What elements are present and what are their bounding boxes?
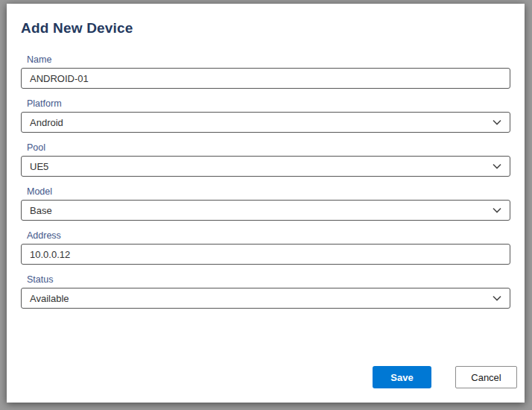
- dialog-footer: Save Cancel: [373, 366, 517, 388]
- model-select[interactable]: Base: [21, 200, 510, 221]
- save-button[interactable]: Save: [373, 366, 431, 388]
- field-group-model: Model Base: [21, 186, 510, 221]
- model-select-value: Base: [30, 205, 52, 216]
- status-select-value: Available: [30, 293, 69, 304]
- add-device-dialog: Add New Device Name Platform Android Poo…: [7, 4, 525, 403]
- pool-select[interactable]: UE5: [21, 156, 510, 177]
- address-input[interactable]: [21, 244, 510, 265]
- page-title: Add New Device: [21, 20, 510, 37]
- platform-select-value: Android: [30, 117, 63, 128]
- pool-field-label: Pool: [27, 142, 510, 154]
- platform-select[interactable]: Android: [21, 112, 510, 133]
- name-field-label: Name: [27, 54, 510, 66]
- dialog-content: Add New Device Name Platform Android Poo…: [7, 4, 525, 309]
- platform-field-label: Platform: [27, 98, 510, 110]
- field-group-pool: Pool UE5: [21, 142, 510, 177]
- model-field-label: Model: [27, 186, 510, 198]
- chevron-down-icon: [493, 207, 501, 213]
- field-group-platform: Platform Android: [21, 98, 510, 133]
- field-group-status: Status Available: [21, 274, 510, 309]
- status-field-label: Status: [27, 274, 510, 286]
- cancel-button[interactable]: Cancel: [455, 366, 517, 388]
- pool-select-value: UE5: [30, 161, 48, 172]
- chevron-down-icon: [493, 119, 501, 125]
- chevron-down-icon: [493, 295, 501, 301]
- field-group-name: Name: [21, 54, 510, 89]
- field-group-address: Address: [21, 230, 510, 265]
- name-input[interactable]: [21, 68, 510, 89]
- chevron-down-icon: [493, 163, 501, 169]
- status-select[interactable]: Available: [21, 288, 510, 309]
- address-field-label: Address: [27, 230, 510, 242]
